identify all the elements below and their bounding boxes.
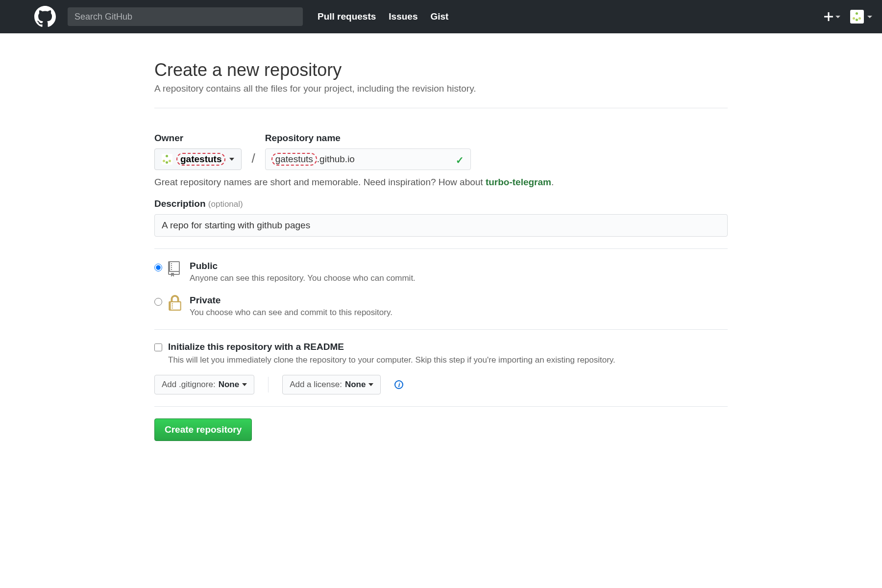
hint-suffix: . [551,177,554,187]
nav-pull-requests[interactable]: Pull requests [318,11,376,22]
caret-down-icon [867,16,872,18]
primary-nav: Pull requests Issues Gist [318,11,448,22]
owner-label: Owner [154,133,242,144]
repo-name-field: Repository name gatestuts.github.io ✓ [265,133,471,170]
hint-text: Great repository names are short and mem… [154,177,486,187]
license-info-icon[interactable]: i [394,380,403,389]
caret-down-icon [368,383,373,386]
repo-name-hint: Great repository names are short and mem… [154,177,728,188]
optional-tag: (optional) [208,199,243,209]
user-menu[interactable] [850,10,872,24]
owner-repo-separator: / [251,151,255,170]
public-desc: Anyone can see this repository. You choo… [190,273,416,283]
create-new-menu[interactable] [824,12,840,21]
owner-field: Owner gatestuts [154,133,242,170]
page-title: Create a new repository [154,60,728,80]
description-input[interactable] [154,214,728,237]
public-radio[interactable] [154,264,162,271]
owner-select[interactable]: gatestuts [154,148,242,170]
private-desc: You choose who can see and commit to thi… [190,308,392,318]
create-repository-button[interactable]: Create repository [154,418,252,441]
divider [154,108,728,108]
nav-gist[interactable]: Gist [430,11,448,22]
gitignore-select[interactable]: Add .gitignore: None [154,375,254,394]
init-readme-checkbox[interactable] [154,343,162,351]
repo-public-icon [168,261,184,278]
owner-avatar-icon [162,154,172,165]
user-avatar-icon [850,10,864,24]
main-content: Create a new repository A repository con… [154,33,728,441]
init-readme-label: Initialize this repository with a README [168,342,344,352]
owner-name-highlighted: gatestuts [176,153,225,166]
suggested-name-link[interactable]: turbo-telegram [486,177,551,187]
caret-down-icon [229,158,234,161]
top-header: Pull requests Issues Gist [0,0,882,33]
caret-down-icon [242,383,247,386]
plus-icon [824,12,833,21]
repo-name-label: Repository name [265,133,471,144]
divider [154,406,728,407]
visibility-private-option[interactable]: Private You choose who can see and commi… [154,295,728,318]
search-input[interactable] [68,7,303,26]
lock-icon [168,295,184,313]
page-subtitle: A repository contains all the files for … [154,83,728,94]
divider [154,248,728,249]
public-title: Public [190,261,416,271]
init-readme-desc: This will let you immediately clone the … [168,355,728,365]
repo-name-input[interactable] [265,148,471,170]
caret-down-icon [835,16,840,18]
divider [154,329,728,330]
description-label: Description (optional) [154,198,728,209]
private-radio[interactable] [154,298,162,306]
private-title: Private [190,295,392,306]
visibility-public-option[interactable]: Public Anyone can see this repository. Y… [154,261,728,283]
valid-check-icon: ✓ [456,154,464,166]
license-select[interactable]: Add a license: None [282,375,381,394]
divider [268,377,269,392]
github-logo-icon[interactable] [34,6,56,27]
nav-issues[interactable]: Issues [389,11,417,22]
